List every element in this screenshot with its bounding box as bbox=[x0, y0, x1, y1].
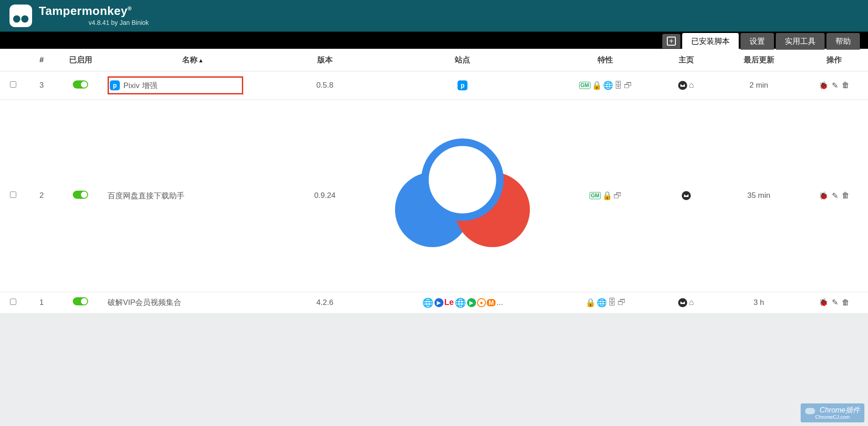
edit-icon[interactable]: ✎ bbox=[832, 298, 838, 307]
gm-api-icon: GM bbox=[590, 192, 601, 199]
script-name[interactable]: 百度网盘直接下载助手 bbox=[108, 191, 184, 201]
pixiv-icon: p bbox=[458, 80, 467, 90]
row-checkbox[interactable] bbox=[10, 299, 16, 305]
svg-rect-0 bbox=[9, 5, 32, 27]
cloud-icon bbox=[805, 408, 815, 414]
enable-toggle[interactable] bbox=[73, 80, 88, 89]
debug-icon[interactable]: 🐞 bbox=[819, 298, 828, 307]
mgtv-icon: M bbox=[487, 299, 496, 306]
globe-icon: 🌐 bbox=[422, 297, 434, 308]
gm-api-icon: GM bbox=[579, 82, 590, 89]
windows-icon: 🗗 bbox=[624, 81, 632, 90]
site-icon: ● bbox=[477, 298, 486, 307]
edit-icon[interactable]: ✎ bbox=[832, 191, 838, 201]
tampermonkey-logo-icon bbox=[9, 4, 33, 28]
more-sites: ... bbox=[496, 298, 503, 307]
version-cell: 4.2.6 bbox=[281, 292, 369, 313]
tab-settings[interactable]: 设置 bbox=[741, 33, 774, 50]
support-icon[interactable] bbox=[678, 298, 687, 307]
script-name[interactable]: 破解VIP会员视频集合 bbox=[108, 297, 181, 308]
col-number[interactable]: # bbox=[26, 49, 57, 71]
highlighted-script: pPixiv 增强 bbox=[108, 76, 243, 94]
table-row[interactable]: 1破解VIP会员视频集合4.2.6🌐▶Le🌐▶●M...🔒🌐🗄🗗⌂3 h🐞✎🗑 bbox=[0, 292, 868, 313]
table-row[interactable]: 3pPixiv 增强0.5.8pGM🔒🌐🗄🗗⌂2 min🐞✎🗑 bbox=[0, 71, 868, 100]
col-name[interactable]: 名称 bbox=[104, 49, 281, 71]
script-name[interactable]: Pixiv 增强 bbox=[123, 80, 157, 91]
version-cell: 0.9.24 bbox=[281, 100, 369, 292]
col-checkbox[interactable] bbox=[0, 49, 26, 71]
col-home[interactable]: 主页 bbox=[655, 49, 717, 71]
logo-block: Tampermonkey® v4.8.41 by Jan Biniok bbox=[9, 4, 149, 28]
delete-icon[interactable]: 🗑 bbox=[842, 298, 849, 307]
homepage-icon[interactable]: ⌂ bbox=[689, 298, 694, 307]
enable-toggle[interactable] bbox=[73, 297, 88, 305]
updated-cell: 2 min bbox=[717, 71, 801, 100]
lock-icon: 🔒 bbox=[585, 298, 595, 308]
svg-point-2 bbox=[21, 15, 28, 23]
col-ops[interactable]: 操作 bbox=[800, 49, 868, 71]
watermark-title: Chrome插件 bbox=[820, 406, 860, 414]
delete-icon[interactable]: 🗑 bbox=[842, 191, 849, 200]
col-site[interactable]: 站点 bbox=[369, 49, 556, 71]
iqiyi-icon: ▶ bbox=[467, 298, 476, 307]
globe-icon: 🌐 bbox=[455, 297, 466, 308]
debug-icon[interactable]: 🐞 bbox=[819, 191, 828, 201]
updated-cell: 3 h bbox=[717, 292, 801, 313]
watermark-sub: ChromeCJ.com bbox=[805, 414, 860, 420]
globe-icon: 🌐 bbox=[597, 298, 607, 308]
brand-byline: v4.8.41 by Jan Biniok bbox=[89, 19, 149, 26]
lock-icon: 🔒 bbox=[592, 80, 602, 90]
tab-help[interactable]: 帮助 bbox=[826, 33, 860, 50]
database-icon: 🗄 bbox=[614, 81, 623, 90]
letv-icon: Le bbox=[444, 298, 454, 307]
site-icon: ▶ bbox=[434, 298, 443, 307]
row-number: 3 bbox=[26, 71, 57, 100]
col-features[interactable]: 特性 bbox=[556, 49, 655, 71]
lock-icon: 🔒 bbox=[602, 191, 612, 201]
database-icon: 🗄 bbox=[608, 298, 616, 307]
plus-box-icon: + bbox=[667, 37, 676, 46]
tab-tools[interactable]: 实用工具 bbox=[776, 33, 825, 50]
watermark-badge: Chrome插件 ChromeCJ.com bbox=[801, 403, 864, 422]
row-checkbox[interactable] bbox=[10, 81, 16, 88]
site-icons: 🌐▶Le🌐▶●M... bbox=[422, 297, 503, 308]
version-cell: 0.5.8 bbox=[281, 71, 369, 100]
app-header: Tampermonkey® v4.8.41 by Jan Biniok bbox=[0, 0, 868, 32]
baiduyun-icon bbox=[373, 278, 552, 286]
delete-icon[interactable]: 🗑 bbox=[842, 81, 849, 90]
brand-title: Tampermonkey® bbox=[39, 4, 149, 18]
row-number: 2 bbox=[26, 100, 57, 292]
col-version[interactable]: 版本 bbox=[281, 49, 369, 71]
row-checkbox[interactable] bbox=[10, 192, 16, 198]
support-icon[interactable] bbox=[682, 191, 691, 200]
support-icon[interactable] bbox=[678, 81, 687, 90]
homepage-icon[interactable]: ⌂ bbox=[689, 80, 694, 90]
scripts-table: # 已启用 名称 版本 站点 特性 主页 最后更新 操作 3pPixiv 增强0… bbox=[0, 49, 868, 314]
row-number: 1 bbox=[26, 292, 57, 313]
tab-strip: + 已安装脚本 设置 实用工具 帮助 bbox=[0, 32, 868, 49]
table-header-row: # 已启用 名称 版本 站点 特性 主页 最后更新 操作 bbox=[0, 49, 868, 71]
debug-icon[interactable]: 🐞 bbox=[819, 81, 828, 90]
enable-toggle[interactable] bbox=[73, 191, 88, 199]
updated-cell: 35 min bbox=[717, 100, 801, 292]
globe-icon: 🌐 bbox=[603, 80, 613, 90]
table-row[interactable]: 2百度网盘直接下载助手0.9.24GM🔒🗗35 min🐞✎🗑 bbox=[0, 100, 868, 292]
edit-icon[interactable]: ✎ bbox=[832, 81, 838, 90]
windows-icon: 🗗 bbox=[618, 298, 626, 307]
tab-new-script[interactable]: + bbox=[662, 34, 680, 48]
svg-point-1 bbox=[13, 15, 20, 23]
tab-installed-scripts[interactable]: 已安装脚本 bbox=[682, 33, 739, 50]
svg-point-5 bbox=[425, 142, 500, 217]
windows-icon: 🗗 bbox=[613, 191, 622, 201]
col-updated[interactable]: 最后更新 bbox=[717, 49, 801, 71]
col-enabled[interactable]: 已启用 bbox=[57, 49, 104, 71]
script-favicon: p bbox=[110, 80, 120, 90]
